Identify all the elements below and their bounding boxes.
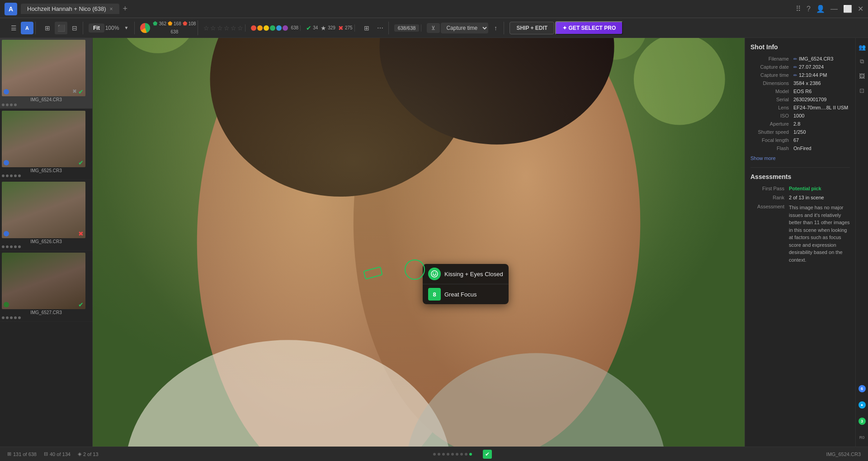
- capture-time-edit-icon[interactable]: ✏: [793, 73, 797, 78]
- star-6[interactable]: ☆: [237, 24, 243, 32]
- nav-dot-8[interactable]: [465, 453, 467, 456]
- pick-check-icon[interactable]: ✔: [306, 24, 311, 32]
- model-label: Model: [750, 89, 793, 94]
- zoom-dropdown-button[interactable]: ▼: [120, 22, 132, 34]
- toolbar-lines-icon[interactable]: ⠿: [796, 5, 801, 13]
- view-grid-button[interactable]: ⊞: [41, 22, 54, 34]
- thumbnail-item-4[interactable]: ✔ IMG_6527.CR3: [0, 251, 92, 322]
- nav-dot-3[interactable]: [442, 453, 445, 456]
- thumb-actions-1: ✖ ✔: [72, 88, 84, 95]
- nav-dot-6[interactable]: [456, 453, 458, 456]
- thumb-check-icon-4[interactable]: ✔: [78, 301, 84, 308]
- green-flag-count: 362: [159, 21, 166, 26]
- tab-close-button[interactable]: ×: [110, 6, 113, 12]
- thumb-reject-icon-3[interactable]: ✖: [78, 230, 84, 237]
- color-total-count: 638: [291, 25, 298, 30]
- thumbnail-item-3[interactable]: ✖ IMG_6526.CR3: [0, 180, 92, 251]
- people-icon[interactable]: 👥: [857, 42, 868, 52]
- badge-3-icon[interactable]: 3: [857, 416, 868, 427]
- filename-edit-icon[interactable]: ✏: [793, 56, 797, 61]
- minimize-button[interactable]: —: [830, 5, 838, 13]
- ship-edit-button[interactable]: SHIP + EDIT: [509, 22, 554, 34]
- svg-rect-0: [93, 38, 745, 447]
- info-row-capture-date: Capture date ✏ 27.07.2024: [750, 64, 850, 70]
- display-settings-icon[interactable]: ⊞: [360, 22, 373, 34]
- color-blue[interactable]: [276, 25, 282, 31]
- pick-reject-icon[interactable]: ✖: [338, 24, 344, 32]
- color-orange[interactable]: [257, 25, 263, 31]
- action-buttons-group: SHIP + EDIT ✦ GET SELECT PRO: [508, 21, 625, 35]
- crop-icon[interactable]: ⊡: [857, 85, 868, 96]
- sliders-icon[interactable]: ⧉: [857, 56, 868, 67]
- face-detection-circle-1: [405, 259, 425, 280]
- star-1[interactable]: ☆: [203, 24, 209, 32]
- photo-adjust-icon[interactable]: 🖼: [857, 71, 868, 81]
- zoom-level: 100%: [105, 25, 119, 31]
- fit-zoom-group: Fit 100% ▼: [87, 22, 135, 34]
- thumbnail-item-2[interactable]: ✔ IMG_6525.CR3: [0, 109, 92, 180]
- nav-dot-7[interactable]: [460, 453, 463, 456]
- r0-badge-icon[interactable]: R0: [857, 432, 868, 443]
- show-more-link[interactable]: Show more: [750, 154, 850, 162]
- nav-dot-5[interactable]: [451, 453, 454, 456]
- hamburger-menu-button[interactable]: ☰: [7, 22, 20, 34]
- restore-button[interactable]: ⬜: [843, 5, 852, 13]
- thumb-overlay-3: ✖: [2, 229, 85, 238]
- window-close-button[interactable]: ✕: [858, 5, 863, 13]
- svg-point-13: [435, 273, 436, 273]
- thumb-actions-4: ✔: [78, 301, 84, 308]
- sort-dropdown[interactable]: Capture time: [441, 23, 488, 33]
- thumb-check-icon-2[interactable]: ✔: [78, 159, 84, 166]
- nav-accept-button[interactable]: ✔: [483, 450, 492, 459]
- first-pass-value: Potential pick: [789, 186, 850, 191]
- thumb-reject-icon-1[interactable]: ✖: [72, 88, 77, 95]
- ai-assessment-tooltip: Kissing + Eyes Closed 8 Great Focus: [423, 264, 509, 304]
- svg-point-11: [431, 271, 438, 277]
- nav-dot-1[interactable]: [433, 453, 436, 456]
- help-icon[interactable]: ?: [807, 5, 811, 13]
- nav-dot-4[interactable]: [447, 453, 449, 456]
- nav-dot-current[interactable]: [469, 453, 472, 456]
- main-tab[interactable]: Hochzeit Hannah + Nico (638) ×: [21, 4, 119, 14]
- filter-button[interactable]: ⊻: [427, 23, 440, 33]
- user-icon[interactable]: 👤: [816, 5, 825, 13]
- badge-dot-icon[interactable]: ●: [857, 400, 868, 410]
- pick-check-count: 34: [313, 25, 318, 30]
- progress-group: 638/638: [392, 24, 422, 32]
- capture-date-edit-icon[interactable]: ✏: [793, 65, 797, 70]
- info-row-shutter: Shutter speed 1/250: [750, 129, 850, 135]
- sort-arrow-button[interactable]: ↑: [489, 22, 502, 34]
- model-value: EOS R6: [793, 89, 850, 94]
- star-2[interactable]: ☆: [210, 24, 216, 32]
- right-icon-strip: 👥 ⧉ 🖼 ⊡ 6 ● 3 R0: [855, 38, 868, 447]
- fit-button[interactable]: Fit: [89, 24, 104, 33]
- star-5[interactable]: ☆: [231, 24, 236, 32]
- more-options-button[interactable]: ⋯: [374, 22, 387, 34]
- info-row-aperture: Aperture 2.8: [750, 121, 850, 127]
- color-yellow[interactable]: [264, 25, 269, 31]
- color-purple[interactable]: [283, 25, 288, 31]
- get-select-pro-button[interactable]: ✦ GET SELECT PRO: [555, 21, 623, 35]
- thumbnail-item-1[interactable]: ✖ ✔ IMG_6524.CR3: [0, 38, 92, 109]
- shutter-label: Shutter speed: [750, 129, 793, 135]
- filtered-count-display: ⊟ 40 of 134: [44, 451, 71, 457]
- color-green[interactable]: [270, 25, 275, 31]
- main-layout: ✖ ✔ IMG_6524.CR3 ✔: [0, 38, 868, 447]
- filtered-count-value: 40 of 134: [50, 452, 71, 457]
- thumb-check-icon-1[interactable]: ✔: [78, 88, 84, 95]
- flag-pie[interactable]: [140, 23, 150, 33]
- topbar-actions: ⠿ ? 👤 — ⬜ ✕: [796, 5, 863, 13]
- badge-6-icon[interactable]: 6: [857, 383, 868, 394]
- app-logo-button[interactable]: A: [21, 22, 33, 34]
- star-4[interactable]: ☆: [224, 24, 230, 32]
- star-3[interactable]: ☆: [217, 24, 223, 32]
- nav-dot-2[interactable]: [438, 453, 440, 456]
- dimensions-label: Dimensions: [750, 80, 793, 86]
- new-tab-button[interactable]: +: [123, 4, 128, 14]
- view-single-button[interactable]: ⬛: [55, 22, 67, 34]
- aperture-value: 2.8: [793, 121, 850, 127]
- view-multi-button[interactable]: ⊟: [68, 22, 81, 34]
- pick-star-icon[interactable]: ★: [321, 24, 326, 32]
- bottom-bar: ⊞ 131 of 638 ⊟ 40 of 134 ◈ 2 of 13 ✔ IMG…: [0, 447, 868, 461]
- color-red[interactable]: [251, 25, 256, 31]
